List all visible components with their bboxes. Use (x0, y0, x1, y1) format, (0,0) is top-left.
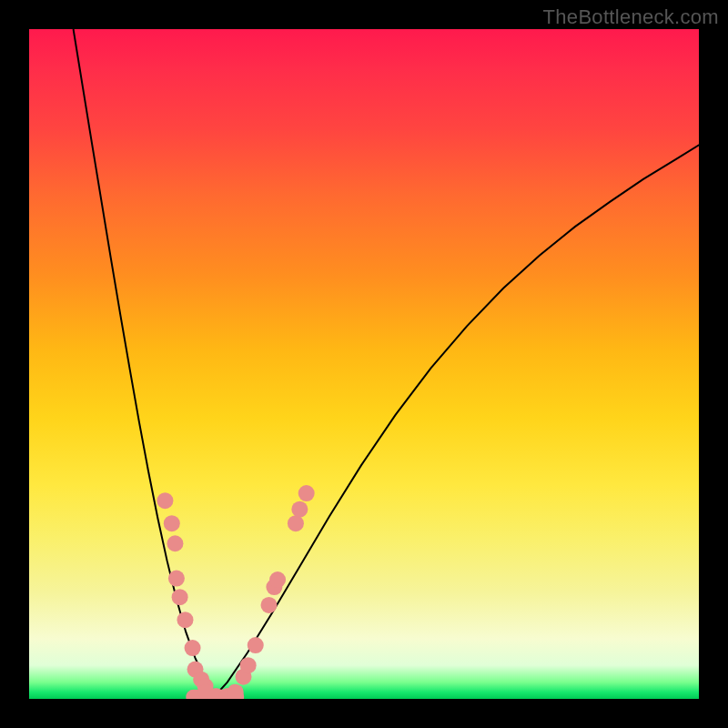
data-dot (228, 684, 244, 699)
data-dot (177, 612, 193, 628)
left-curve (74, 29, 215, 697)
data-dot (291, 501, 308, 518)
data-dot (168, 571, 185, 587)
data-dot (167, 535, 183, 551)
chart-frame: TheBottleneck.com (0, 0, 728, 728)
data-dot (185, 640, 201, 656)
data-dot (172, 589, 188, 605)
data-dot (164, 515, 180, 531)
right-curve (214, 141, 699, 697)
data-dot (269, 571, 286, 588)
plot-area (29, 29, 699, 699)
data-dot (157, 492, 173, 509)
data-dot (260, 597, 277, 613)
chart-svg (29, 29, 699, 699)
data-dot (240, 657, 257, 673)
data-dot (248, 637, 264, 653)
watermark-text: TheBottleneck.com (543, 5, 719, 29)
data-dot (288, 515, 304, 531)
data-dot (298, 485, 315, 501)
